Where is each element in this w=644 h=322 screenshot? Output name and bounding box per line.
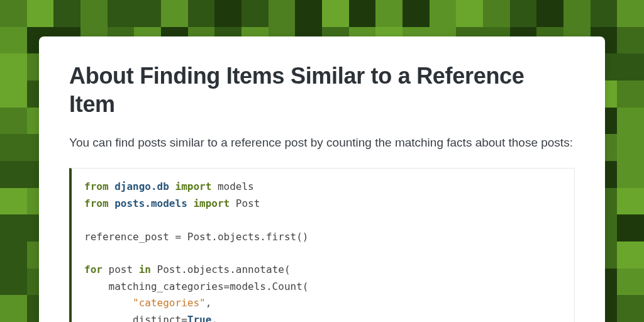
page-title: About Finding Items Similar to a Referen… — [69, 62, 575, 118]
code-kw-from: from — [84, 180, 109, 192]
code-text: models — [211, 180, 253, 192]
code-string: "categories" — [133, 297, 206, 309]
code-indent — [84, 297, 133, 309]
code-kw-import: import — [193, 197, 230, 209]
code-module: posts.models — [114, 197, 187, 209]
article-card: About Finding Items Similar to a Referen… — [39, 36, 605, 322]
code-kw-in: in — [139, 264, 151, 275]
code-text: Post — [230, 197, 260, 209]
intro-paragraph: You can find posts similar to a referenc… — [69, 133, 575, 152]
code-text: reference_post = Post.objects.first() — [84, 231, 308, 243]
code-bool: True — [187, 314, 212, 322]
code-block: from django.db import models from posts.… — [69, 168, 575, 322]
code-text: post — [103, 264, 139, 275]
code-module: django.db — [114, 180, 169, 192]
code-text: Post.objects.annotate( — [151, 264, 291, 275]
code-indent: distinct= — [84, 314, 187, 322]
code-text: matching_categories=models.Count( — [84, 280, 308, 292]
code-kw-import: import — [175, 180, 212, 192]
code-kw-from: from — [84, 197, 109, 209]
code-text: , — [206, 297, 212, 309]
code-kw-for: for — [84, 264, 103, 275]
code-text: , — [211, 314, 218, 322]
